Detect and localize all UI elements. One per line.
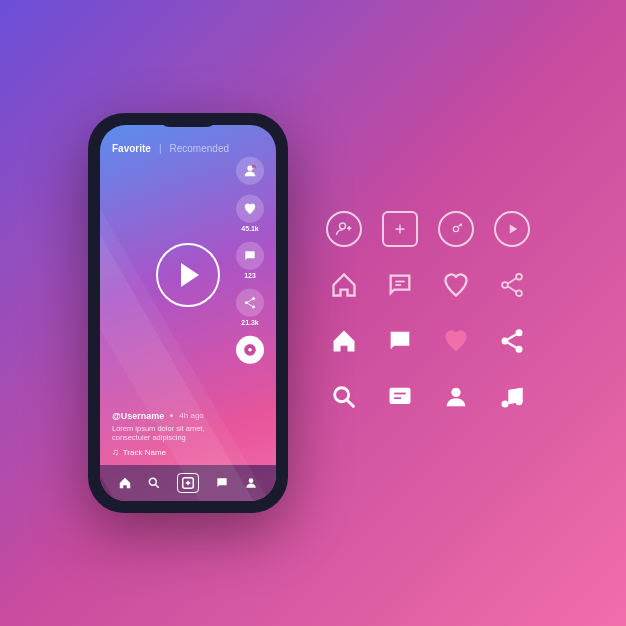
svg-point-29 <box>516 290 522 296</box>
app-container: Favorite | Recomended + <box>0 0 626 626</box>
music-note-solid-cell <box>486 371 538 423</box>
add-square-cell <box>374 203 426 255</box>
play-triangle-icon <box>181 263 199 287</box>
svg-line-38 <box>347 400 353 406</box>
music-disc-icon <box>236 336 264 364</box>
heart-outline-icon <box>442 271 470 299</box>
svg-line-11 <box>156 484 159 487</box>
nav-message-icon[interactable] <box>215 476 229 490</box>
svg-point-16 <box>340 223 346 229</box>
username-label: @Username <box>112 411 164 421</box>
svg-marker-24 <box>510 225 518 234</box>
music-circle-cell <box>430 203 482 255</box>
avatar-icon: + <box>236 157 264 185</box>
message-solid-cell <box>374 371 426 423</box>
svg-point-21 <box>453 226 458 231</box>
comment-icon <box>236 242 264 270</box>
svg-point-43 <box>502 401 509 408</box>
user-info-row: @Username 4h ago <box>112 411 264 421</box>
play-circle-cell <box>486 203 538 255</box>
svg-point-34 <box>516 346 523 353</box>
share-icon-item[interactable]: 21.3k <box>236 289 264 326</box>
user-add-cell <box>318 203 370 255</box>
svg-point-32 <box>516 329 523 336</box>
svg-rect-39 <box>390 388 411 404</box>
user-solid-cell <box>430 371 482 423</box>
bottom-info: @Username 4h ago Lorem ipsum dolor sit a… <box>100 403 276 466</box>
side-icons: + 45.1k <box>236 157 264 364</box>
home-outline-icon <box>330 271 358 299</box>
svg-line-35 <box>508 335 516 340</box>
tab-divider: | <box>159 143 162 154</box>
bottom-nav <box>100 465 276 501</box>
user-solid-icon <box>442 383 470 411</box>
tab-favorite[interactable]: Favorite <box>112 143 151 154</box>
home-outline-cell <box>318 259 370 311</box>
play-button[interactable] <box>156 243 220 307</box>
svg-point-3 <box>252 298 255 301</box>
comment-outline-icon <box>386 271 414 299</box>
message-solid-icon <box>386 383 414 411</box>
phone-notch <box>158 113 218 127</box>
svg-point-9 <box>248 348 252 352</box>
avatar-icon-item[interactable]: + <box>236 157 264 185</box>
svg-point-42 <box>451 388 460 397</box>
share-solid-icon <box>498 327 526 355</box>
comment-solid-icon <box>386 327 414 355</box>
heart-count: 45.1k <box>241 225 259 232</box>
nav-profile-icon[interactable] <box>244 476 258 490</box>
comment-count: 123 <box>244 272 256 279</box>
nav-search-icon[interactable] <box>147 476 161 490</box>
heart-icon <box>236 195 264 223</box>
svg-line-30 <box>508 278 516 283</box>
add-square-icon <box>382 211 418 247</box>
svg-point-5 <box>252 306 255 309</box>
share-solid-cell <box>486 315 538 367</box>
share-outline-icon <box>498 271 526 299</box>
svg-line-6 <box>248 300 252 303</box>
nav-add-icon[interactable] <box>177 473 199 493</box>
share-count: 21.3k <box>241 319 259 326</box>
search-solid-cell <box>318 371 370 423</box>
tab-recommended[interactable]: Recomended <box>170 143 229 154</box>
share-outline-cell <box>486 259 538 311</box>
music-circle-icon <box>438 211 474 247</box>
music-note-small-icon: ♫ <box>112 447 119 457</box>
phone-mockup: Favorite | Recomended + <box>88 113 288 513</box>
home-solid-cell <box>318 315 370 367</box>
svg-point-4 <box>245 302 248 305</box>
dot-separator <box>170 414 173 417</box>
svg-point-44 <box>516 398 523 405</box>
track-row: ♫ Track Name <box>112 447 264 457</box>
svg-line-31 <box>508 286 516 291</box>
music-note-solid-icon <box>498 383 526 411</box>
comment-solid-cell <box>374 315 426 367</box>
svg-point-28 <box>502 282 508 288</box>
svg-point-10 <box>150 478 157 485</box>
svg-line-36 <box>508 343 516 348</box>
svg-point-33 <box>502 338 509 345</box>
user-add-icon <box>326 211 362 247</box>
share-icon <box>236 289 264 317</box>
svg-point-15 <box>249 478 254 483</box>
phone-screen: Favorite | Recomended + <box>100 125 276 501</box>
track-name-label: Track Name <box>123 448 166 457</box>
play-circle-icon <box>494 211 530 247</box>
svg-line-7 <box>248 304 252 307</box>
comment-icon-item[interactable]: 123 <box>236 242 264 279</box>
comment-outline-cell <box>374 259 426 311</box>
home-solid-icon <box>330 327 358 355</box>
heart-pink-icon <box>442 327 470 355</box>
icon-showcase-grid <box>318 203 538 423</box>
heart-pink-cell <box>430 315 482 367</box>
svg-point-27 <box>516 274 522 280</box>
time-ago-label: 4h ago <box>179 411 203 420</box>
nav-home-icon[interactable] <box>118 476 132 490</box>
music-disc-item[interactable] <box>236 336 264 364</box>
screen-main: + 45.1k <box>100 160 276 403</box>
search-solid-icon <box>330 383 358 411</box>
heart-outline-cell <box>430 259 482 311</box>
caption-text: Lorem ipsum dolor sit amet,consectuier a… <box>112 424 264 444</box>
heart-icon-item[interactable]: 45.1k <box>236 195 264 232</box>
screen-header: Favorite | Recomended <box>100 125 276 160</box>
